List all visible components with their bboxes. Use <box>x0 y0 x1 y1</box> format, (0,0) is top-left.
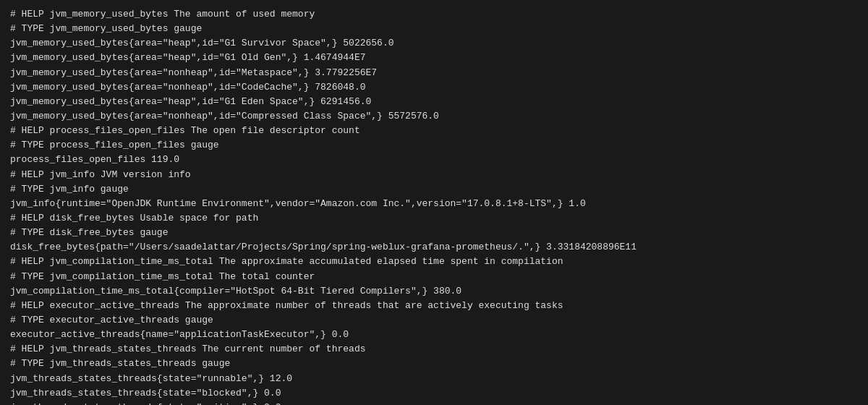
terminal-line: # TYPE disk_free_bytes gauge <box>10 226 858 240</box>
terminal-line: # HELP disk_free_bytes Usable space for … <box>10 211 858 226</box>
terminal-line: jvm_memory_used_bytes{area="heap",id="G1… <box>10 51 858 65</box>
terminal-line: # HELP jvm_memory_used_bytes The amount … <box>10 7 858 22</box>
terminal-line: jvm_threads_states_threads{state="blocke… <box>10 386 858 401</box>
terminal-line: # HELP jvm_compilation_time_ms_total The… <box>10 255 858 269</box>
terminal-line: jvm_memory_used_bytes{area="nonheap",id=… <box>10 109 858 124</box>
terminal-line: jvm_threads_states_threads{state="waitin… <box>10 401 858 405</box>
terminal-line: jvm_memory_used_bytes{area="heap",id="G1… <box>10 36 858 51</box>
terminal-line: # TYPE executor_active_threads gauge <box>10 313 858 328</box>
terminal-line: process_files_open_files 119.0 <box>10 153 858 167</box>
terminal-line: jvm_memory_used_bytes{area="nonheap",id=… <box>10 80 858 95</box>
terminal-line: # TYPE jvm_info gauge <box>10 182 858 197</box>
terminal-line: jvm_memory_used_bytes{area="nonheap",id=… <box>10 66 858 80</box>
terminal-line: # TYPE jvm_threads_states_threads gauge <box>10 357 858 371</box>
terminal-line: jvm_memory_used_bytes{area="heap",id="G1… <box>10 95 858 109</box>
terminal-line: jvm_threads_states_threads{state="runnab… <box>10 372 858 386</box>
terminal-line: jvm_info{runtime="OpenJDK Runtime Enviro… <box>10 197 858 211</box>
terminal-window: # HELP jvm_memory_used_bytes The amount … <box>0 0 868 405</box>
terminal-line: # HELP jvm_info JVM version info <box>10 168 858 182</box>
terminal-line: # HELP executor_active_threads The appro… <box>10 299 858 313</box>
terminal-line: executor_active_threads{name="applicatio… <box>10 328 858 342</box>
terminal-line: # TYPE jvm_memory_used_bytes gauge <box>10 22 858 36</box>
terminal-line: # HELP jvm_threads_states_threads The cu… <box>10 342 858 357</box>
terminal-line: # TYPE process_files_open_files gauge <box>10 138 858 153</box>
terminal-line: # TYPE jvm_compilation_time_ms_total The… <box>10 270 858 284</box>
terminal-line: # HELP process_files_open_files The open… <box>10 124 858 138</box>
terminal-line: disk_free_bytes{path="/Users/saadelattar… <box>10 240 858 255</box>
terminal-line: jvm_compilation_time_ms_total{compiler="… <box>10 284 858 299</box>
